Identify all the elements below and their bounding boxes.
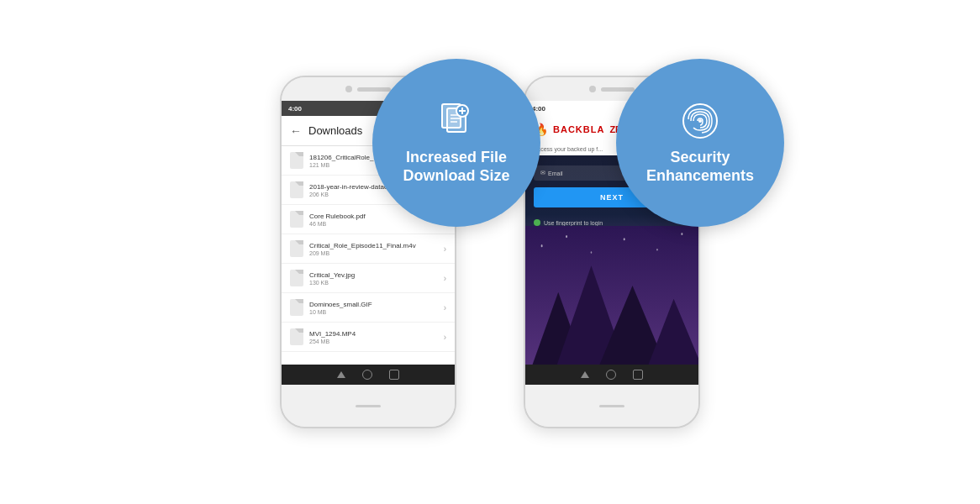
phone1-bottom-bar: [282, 385, 455, 427]
file-info: Critical_Role_Episode11_Final.m4v 209 MB: [309, 242, 438, 256]
phone1-wrapper: 4:00 ← Downloads 181206_CriticalRole_Bac…: [280, 76, 456, 428]
back-nav-icon[interactable]: [337, 371, 345, 378]
screen-nav-bar-2: [525, 365, 698, 385]
recents-nav-icon[interactable]: [389, 370, 399, 380]
svg-point-9: [541, 244, 543, 247]
home-nav-icon[interactable]: [362, 370, 372, 380]
file-icon: [290, 211, 303, 228]
svg-point-12: [624, 238, 625, 240]
file-size: 46 MB: [309, 221, 438, 227]
mountain-bg: [525, 226, 698, 385]
phone1-bubble: Increased File Download Size: [372, 59, 540, 227]
status-time: 4:00: [288, 105, 302, 113]
file-item[interactable]: MVI_1294.MP4 254 MB ›: [282, 323, 455, 352]
home-nav-icon-2[interactable]: [606, 370, 616, 380]
fingerprint-label: Use fingerprint to login: [544, 220, 603, 226]
chevron-right-icon: ›: [444, 244, 446, 254]
speaker: [357, 87, 391, 92]
camera-dot-2: [589, 86, 596, 92]
bubble2-text: Security Enhancements: [646, 149, 754, 185]
file-size: 254 MB: [309, 339, 438, 344]
svg-point-13: [656, 249, 658, 251]
bb-logo-text: BACKBLA: [553, 124, 604, 134]
file-icon: [290, 299, 303, 316]
file-info: Dominoes_small.GIF 10 MB: [309, 301, 438, 315]
file-item[interactable]: Critical_Role_Episode11_Final.m4v 209 MB…: [282, 234, 455, 264]
file-name: MVI_1294.MP4: [309, 330, 438, 338]
chevron-right-icon: ›: [444, 274, 446, 283]
svg-point-20: [698, 119, 702, 123]
page-title: Downloads: [308, 124, 362, 137]
files-icon: [435, 100, 477, 142]
email-icon: ✉: [540, 170, 545, 176]
camera-dot: [345, 86, 352, 92]
back-arrow-icon[interactable]: ←: [290, 124, 302, 138]
screen-nav-bar: [282, 365, 455, 385]
mountain-svg: [525, 226, 698, 385]
file-info: MVI_1294.MP4 254 MB: [309, 330, 438, 344]
file-size: 209 MB: [309, 250, 438, 256]
file-item[interactable]: Dominoes_small.GIF 10 MB ›: [282, 293, 455, 323]
bubble1-text: Increased File Download Size: [403, 149, 509, 185]
file-size: 130 KB: [309, 280, 438, 286]
speaker-2: [601, 87, 635, 92]
fingerprint-row: Use fingerprint to login: [534, 219, 690, 226]
svg-point-11: [591, 251, 593, 254]
back-nav-icon-2[interactable]: [581, 371, 589, 378]
fp-enabled-dot: [534, 219, 540, 226]
phone2-bubble: Security Enhancements: [616, 59, 784, 227]
file-name: Critical_Role_Episode11_Final.m4v: [309, 242, 438, 249]
svg-point-10: [566, 235, 567, 238]
file-icon: [290, 181, 303, 198]
file-icon: [290, 328, 303, 345]
svg-point-14: [681, 233, 682, 235]
phone2-wrapper: 4:00 🔥 BACKBLA ZE Access your backed up …: [524, 76, 700, 428]
file-icon: [290, 152, 303, 169]
bottom-bar-line: [356, 405, 381, 407]
chevron-right-icon: ›: [444, 333, 446, 342]
file-icon: [290, 270, 303, 286]
chevron-right-icon: ›: [444, 303, 446, 312]
file-info: Critical_Yev.jpg 130 KB: [309, 271, 438, 286]
file-size: 10 MB: [309, 309, 438, 315]
file-item[interactable]: Critical_Yev.jpg 130 KB ›: [282, 264, 455, 293]
fingerprint-icon: [679, 100, 721, 142]
file-name: Dominoes_small.GIF: [309, 301, 438, 308]
phone2-bottom-bar: [525, 385, 698, 427]
recents-nav-icon-2[interactable]: [633, 370, 643, 380]
file-name: Critical_Yev.jpg: [309, 271, 438, 279]
bottom-bar-line-2: [599, 405, 624, 407]
file-icon: [290, 240, 303, 257]
